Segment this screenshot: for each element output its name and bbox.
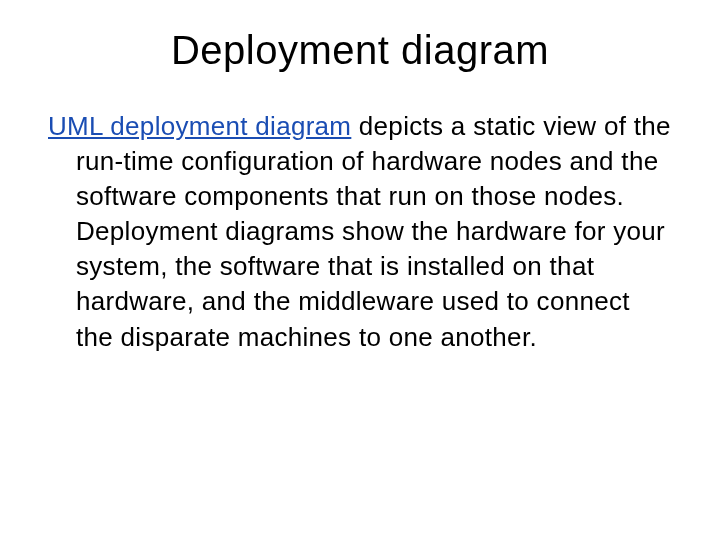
uml-deployment-diagram-link[interactable]: UML deployment diagram bbox=[48, 111, 351, 141]
slide-body: UML deployment diagram depicts a static … bbox=[48, 109, 672, 355]
body-text: depicts a static view of the run-time co… bbox=[76, 111, 671, 352]
slide-title: Deployment diagram bbox=[48, 28, 672, 73]
